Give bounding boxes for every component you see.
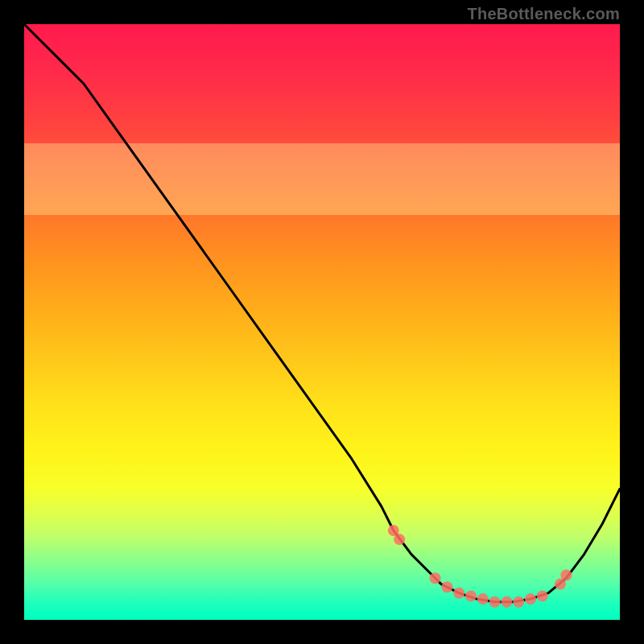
data-point <box>489 597 501 608</box>
data-point <box>465 590 477 601</box>
data-point <box>537 590 548 601</box>
attribution-text: TheBottleneck.com <box>467 5 620 23</box>
data-point <box>477 593 489 605</box>
data-point <box>394 534 405 545</box>
chart-svg <box>24 24 620 620</box>
data-point <box>453 588 464 599</box>
data-point <box>441 581 452 592</box>
marker-group <box>388 525 572 608</box>
data-point <box>525 593 536 605</box>
chart-frame: TheBottleneck.com <box>0 0 644 644</box>
plot-area <box>24 24 620 620</box>
data-point <box>560 570 572 581</box>
data-point <box>513 597 524 608</box>
data-point <box>501 597 512 608</box>
data-point <box>430 572 441 584</box>
curve-line <box>24 24 620 602</box>
